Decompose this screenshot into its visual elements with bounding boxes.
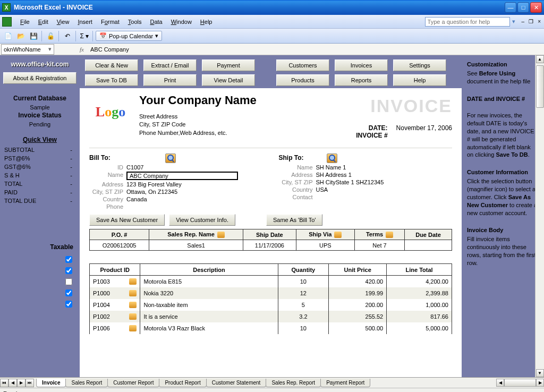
quantity-cell[interactable]: 3.2 [278,311,328,322]
quantity-cell[interactable]: 10 [278,276,328,287]
sheet-tab-payment-report[interactable]: Payment Report [320,379,370,387]
ship-city[interactable]: SH CityState 1 SHZ12345 [316,179,384,185]
description-cell[interactable]: Motorola V3 Razr Black [140,322,278,334]
unit-price-cell[interactable]: 199.99 [329,287,387,299]
info-cell[interactable]: UPS [296,240,354,251]
settings-button[interactable]: Settings [393,59,446,71]
description-cell[interactable]: Nokia 3220 [140,287,278,299]
maximize-button[interactable]: □ [517,2,529,13]
print-button[interactable]: Print [143,74,197,86]
date-value[interactable]: November 17, 2006 [396,124,452,132]
bill-city[interactable]: Ottawa, On Z12345 [126,189,177,195]
view-customer-info-button[interactable]: View Customer Info. [169,214,235,226]
help-button[interactable]: Help [393,74,446,86]
bill-name-input[interactable]: ABC Company [126,172,238,180]
vertical-scrollbar[interactable]: ▲ ▼ [535,55,544,377]
lookup-icon[interactable] [334,232,342,238]
hscroll-right-button[interactable]: ▶ [536,379,544,387]
workbook-restore-button[interactable]: ❐ [528,19,534,24]
save-new-customer-button[interactable]: Save As New Customer [89,214,165,226]
menu-insert[interactable]: Insert [73,17,97,27]
tab-last-button[interactable]: ⏭ [26,379,34,387]
sheet-tab-invoice[interactable]: Invoice [36,379,66,387]
unit-price-cell[interactable]: 500.00 [329,322,387,334]
taxable-checkbox[interactable] [65,278,72,285]
permission-button[interactable]: 🔓 [45,30,56,42]
menu-window[interactable]: Window [167,17,196,27]
taxable-checkbox[interactable] [65,301,72,308]
hscroll-left-button[interactable]: ◀ [496,379,504,387]
scroll-thumb[interactable] [536,65,544,108]
tab-prev-button[interactable]: ◀ [8,379,17,387]
products-button[interactable]: Products [276,74,329,86]
close-button[interactable]: ✕ [530,2,542,13]
chevron-down-icon[interactable]: ▾ [48,46,52,53]
lookup-icon[interactable] [129,313,137,320]
popup-calendar-button[interactable]: 📅 Pop-up Calendar ▾ [96,31,162,41]
unit-price-cell[interactable]: 420.00 [329,276,387,287]
select-shipto-icon[interactable] [327,154,337,163]
lookup-icon[interactable] [129,278,137,285]
description-cell[interactable]: Motorola E815 [140,276,278,287]
taxable-checkbox[interactable] [65,256,72,263]
menu-help[interactable]: Help [196,17,217,27]
info-cell[interactable]: 11/17/2006 [243,240,296,251]
menu-file[interactable]: File [16,17,34,27]
view-detail-button[interactable]: View Detail [202,74,255,86]
product-id-cell[interactable]: P1006 [90,322,140,334]
invoices-button[interactable]: Invoices [335,59,388,71]
bill-country[interactable]: Canada [126,196,147,202]
unit-price-cell[interactable]: 255.52 [329,311,387,322]
hscroll-thumb[interactable] [504,379,536,387]
fx-icon[interactable]: fx [80,46,84,53]
ship-address[interactable]: SH Address 1 [316,172,352,178]
save-to-db-button[interactable]: Save To DB [85,74,138,86]
sheet-tab-customer-report[interactable]: Customer Report [107,379,159,387]
menu-data[interactable]: Data [146,17,166,27]
undo-button[interactable]: ↶ [62,30,73,42]
scroll-down-button[interactable]: ▼ [536,369,544,377]
quantity-cell[interactable]: 10 [278,322,328,334]
description-cell[interactable]: Non-taxable item [140,299,278,311]
name-box[interactable]: oknWhoName ▾ [1,44,54,55]
bill-id[interactable]: C1007 [126,164,143,171]
taxable-checkbox[interactable] [65,289,72,296]
website-link[interactable]: www.office-kit.com [3,61,76,68]
quantity-cell[interactable]: 12 [278,287,328,299]
minimize-button[interactable]: — [505,2,516,13]
product-id-cell[interactable]: P1002 [90,311,140,322]
sheet-tab-sales-rep-report[interactable]: Sales Rep. Report [266,379,321,387]
customers-button[interactable]: Customers [276,59,329,71]
info-cell[interactable]: O200612005 [90,240,149,251]
lookup-icon[interactable] [386,232,393,238]
menu-format[interactable]: Format [97,17,124,27]
sheet-tab-customer-statement[interactable]: Customer Statement [206,379,267,387]
workbook-close-button[interactable]: × [537,19,542,24]
product-id-cell[interactable]: P1004 [90,299,140,311]
quantity-cell[interactable]: 5 [278,299,328,311]
select-customer-icon[interactable] [165,154,176,163]
reports-button[interactable]: Reports [335,74,388,86]
help-search-input[interactable] [425,17,510,27]
description-cell[interactable]: It is a service [140,311,278,322]
product-id-cell[interactable]: P1000 [90,287,140,299]
scroll-up-button[interactable]: ▲ [536,55,544,63]
clear-new-button[interactable]: Clear & New [85,59,138,71]
autosum-button[interactable]: Σ ▾ [79,30,90,42]
menu-view[interactable]: View [53,17,74,27]
help-dropdown[interactable]: ▾ [510,18,517,25]
sheet-tab-product-report[interactable]: Product Report [159,379,206,387]
extract-email-button[interactable]: Extract / Email [143,59,197,71]
unit-price-cell[interactable]: 200.00 [329,299,387,311]
save-button[interactable]: 💾 [28,30,39,42]
lookup-icon[interactable] [129,325,137,331]
same-as-bill-to-button[interactable]: Same As 'Bill To' [266,214,322,226]
product-id-cell[interactable]: P1003 [90,276,140,287]
open-button[interactable]: 📂 [15,30,27,42]
lookup-icon[interactable] [217,232,225,238]
taxable-checkbox[interactable] [65,267,72,274]
menu-tools[interactable]: Tools [124,17,146,27]
sheet-tab-sales-report[interactable]: Sales Report [65,379,108,387]
about-registration-button[interactable]: About & Registration [3,72,76,84]
menu-edit[interactable]: Edit [34,17,53,27]
